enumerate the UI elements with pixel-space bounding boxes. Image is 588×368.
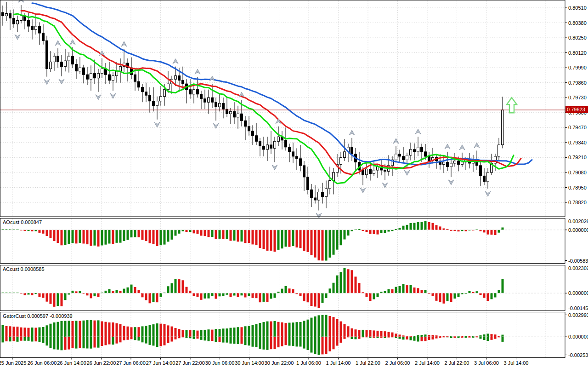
fractal-down-icon [272,165,277,170]
price-tick-label: 0.79470 [568,125,587,130]
price-tick-label: 0.80510 [568,5,587,11]
indicator-name: AOcust [3,219,19,225]
indicator-axis-label: 0.002026 [568,218,588,224]
time-tick-label: 26 Jun 14:00 [57,360,86,366]
time-tick-label: 26 Jun 22:00 [87,360,116,366]
indicator-label-ao: AOcust 0.000847 [3,219,42,225]
fractal-up-icon [195,69,200,74]
buy-arrow-icon [507,98,517,113]
price-tick-label: 0.79340 [568,140,587,145]
price-tick-label: 0.79730 [568,95,587,100]
time-tick-label: 2 Jul 22:00 [445,360,469,366]
fractal-up-icon [209,76,215,81]
indicator-name: GatorCust [3,313,26,319]
time-tick-label: 30 Jun 14:00 [235,360,264,366]
price-tick-label: 0.80380 [568,20,587,26]
fractal-down-icon [316,213,322,218]
chart-canvas[interactable]: 0.805100.803800.802500.801200.799900.798… [0,0,588,368]
fractal-down-icon [96,95,101,100]
ao-histogram [0,221,565,261]
indicator-axis-label: 0.002993 [568,312,588,318]
price-tick-label: 0.80120 [568,50,587,56]
time-tick-label: 27 Jun 14:00 [146,360,175,366]
indicator-axis-label: 0.000000 [568,227,588,233]
time-tick-label: 27 Jun 22:00 [175,360,205,366]
grid [0,1,565,357]
price-tick-label: 0.79990 [568,65,587,70]
fractal-up-icon [459,145,465,150]
indicator-axis-label: 0.0000000 [568,290,588,296]
indicator-axis-label: 0.000000 [568,334,588,339]
fractal-up-icon [415,129,421,134]
fractal-down-icon [44,80,50,85]
fractal-down-icon [15,34,20,40]
time-tick-label: 27 Jun 06:00 [116,360,146,366]
time-tick-label: 3 Jul 14:00 [504,360,529,366]
price-tick-label: 0.79210 [568,155,587,160]
candlestick-series [2,2,504,211]
time-tick-label: 26 Jun 06:00 [28,360,57,366]
price-tick-label: 0.79080 [568,170,587,175]
price-tick-label: 0.80250 [568,35,587,40]
fractal-up-icon [349,130,355,135]
time-tick-label: 25 Jun 2025 [0,360,26,366]
alligator-lines [14,3,532,184]
indicator-label-gator: GatorCust 0.000597 -0.000939 [3,313,73,319]
indicator-value: 0.0008585 [21,266,45,272]
fractal-up-icon [70,40,75,45]
fractal-up-icon [445,144,450,149]
time-tick-label: 30 Jun 06:00 [205,360,235,366]
indicator-axis-label: 0.0023028 [568,265,588,271]
price-tick-label: 0.78950 [568,185,587,190]
time-tick-label: 1 Jul 22:00 [356,360,380,366]
ac-histogram [0,268,565,308]
time-axis[interactable]: 25 Jun 202526 Jun 06:0026 Jun 14:0026 Ju… [0,358,528,366]
fractal-down-icon [213,123,219,128]
time-tick-label: 2 Jul 14:00 [415,360,440,366]
fractal-down-icon [404,170,410,175]
fractal-down-icon [485,191,491,196]
time-tick-label: 30 Jun 22:00 [265,360,294,366]
time-tick-label: 3 Jul 06:00 [474,360,499,366]
indicator-label-ac: ACcust 0.0008585 [3,266,45,272]
price-tick-label: 0.79860 [568,80,587,86]
fractal-up-icon [173,59,178,64]
time-tick-label: 2 Jul 06:00 [385,360,410,366]
fractal-down-icon [59,79,64,84]
fractal-down-icon [448,180,454,185]
indicator-axis-label: -0.0014511 [568,305,588,311]
fractal-down-icon [360,188,366,193]
mt-chart-window: 0.805100.803800.802500.801200.799900.798… [0,0,588,368]
price-tick-label: 0.78820 [568,200,587,205]
fractal-up-icon [55,40,61,46]
fractal-down-icon [154,122,160,127]
indicator-axis-label: -0.002530 [568,352,588,358]
fractal-up-icon [121,41,127,46]
price-axis[interactable]: 0.805100.803800.802500.801200.799900.798… [565,5,588,358]
indicator-axis-label: -0.005833 [568,258,588,264]
current-price-badge: 0.79623 [565,106,588,113]
indicator-value: 0.000597 -0.000939 [27,313,72,319]
time-tick-label: 1 Jul 06:00 [296,360,321,366]
indicator-name: ACcust [3,266,19,272]
time-tick-label: 1 Jul 14:00 [326,360,351,366]
fractal-down-icon [382,183,388,188]
indicator-value: 0.000847 [21,219,42,225]
fractal-up-icon [474,143,480,148]
gator-histogram [0,315,565,355]
